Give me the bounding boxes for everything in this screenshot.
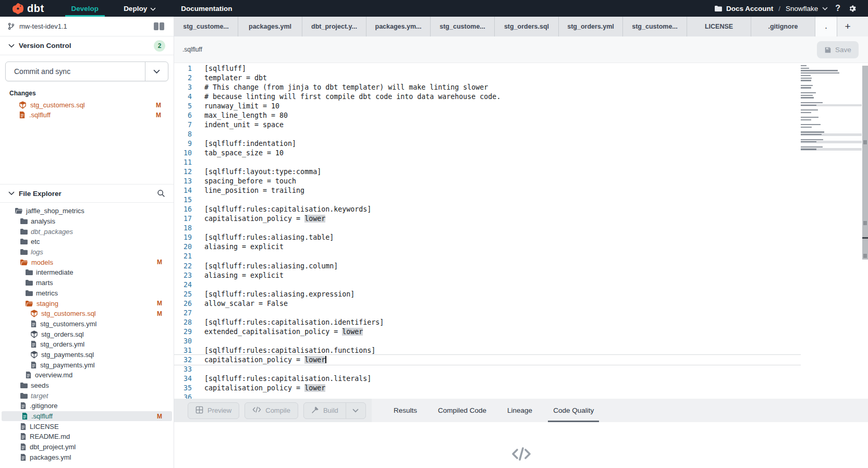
gear-icon[interactable]: [848, 4, 857, 13]
editor-tab[interactable]: stg_custome...: [174, 17, 238, 36]
code-icon: [252, 407, 261, 414]
editor-tab[interactable]: .gitignore: [751, 17, 815, 36]
tree-item-logs[interactable]: logs: [0, 247, 174, 257]
tree-item-license[interactable]: LICENSE: [0, 421, 174, 432]
tabbar-filler: [858, 17, 868, 36]
line-content: line_position = trailing: [204, 187, 304, 194]
nav-item-develop[interactable]: Develop: [59, 0, 112, 17]
file-explorer-header[interactable]: File Explorer: [0, 184, 174, 203]
scrollbar-thumb[interactable]: [862, 66, 868, 260]
minimap[interactable]: [801, 65, 862, 153]
tree-item-stg-orders-sql[interactable]: stg_orders.sql: [0, 329, 174, 339]
line-content: aliasing = explicit: [204, 272, 284, 279]
version-control-header[interactable]: Version Control 2: [0, 36, 174, 55]
tree-item-overview-md[interactable]: overview.md: [0, 370, 174, 380]
changes-count-badge: 2: [154, 40, 165, 52]
compile-button[interactable]: Compile: [244, 402, 298, 419]
tree-item-label: seeds: [31, 381, 49, 389]
tree-item-readme-md[interactable]: README.md: [0, 432, 174, 442]
nav-item-deploy[interactable]: Deploy: [111, 0, 168, 17]
build-options-caret[interactable]: [346, 403, 365, 418]
tree-item-label: marts: [36, 279, 53, 287]
code-line: 21: [174, 252, 801, 261]
model-cube-icon: [30, 310, 38, 317]
account-switcher[interactable]: Docs Account / Snowflake: [714, 5, 828, 13]
line-number: 19: [174, 233, 192, 241]
nav-item-label: Documentation: [181, 5, 232, 13]
editor-tab[interactable]: stg_orders.yml: [559, 17, 623, 36]
tree-item--gitignore[interactable]: .gitignore: [0, 401, 174, 411]
line-number: 3: [174, 83, 192, 91]
editor-tab[interactable]: .: [815, 17, 837, 36]
editor-tab[interactable]: LICENSE: [687, 17, 751, 36]
editor-tab[interactable]: packages.yml: [238, 17, 302, 36]
tree-item-label: README.md: [30, 433, 70, 440]
code-line: 28[sqlfluff:rules:capitalisation.identif…: [174, 317, 801, 327]
code-line: 15: [174, 195, 801, 205]
tab-code-quality[interactable]: Code Quality: [543, 399, 604, 422]
tree-item-label: analysis: [31, 217, 55, 225]
code-editor[interactable]: 1[sqlfluff]2templater = dbt3# This chang…: [174, 63, 868, 399]
tree-item-analysis[interactable]: analysis: [0, 216, 174, 227]
tree-item-stg-customers-sql[interactable]: stg_customers.sqlM: [0, 309, 174, 319]
tree-item-seeds[interactable]: seeds: [0, 380, 174, 391]
tree-item-etc[interactable]: etc: [0, 237, 174, 247]
save-icon: [824, 46, 832, 54]
search-icon[interactable]: [157, 189, 165, 198]
tree-item-models[interactable]: modelsM: [0, 257, 174, 267]
save-button[interactable]: Save: [817, 41, 859, 58]
chevron-down-icon: [8, 191, 15, 195]
tree-item-stg-orders-yml[interactable]: stg_orders.yml: [0, 339, 174, 350]
commit-and-sync-button[interactable]: Commit and sync: [5, 61, 168, 81]
build-button[interactable]: Build: [304, 403, 346, 418]
code-line: 12[sqlfluff:layout:type:comma]: [174, 167, 801, 177]
branch-row[interactable]: mw-test-idev1.1: [0, 17, 174, 36]
editor-tab[interactable]: dbt_project.y...: [302, 17, 366, 36]
tree-item-intermediate[interactable]: intermediate: [0, 267, 174, 278]
tab-compiled-code[interactable]: Compiled Code: [427, 399, 497, 422]
tree-item-stg-customers-yml[interactable]: stg_customers.yml: [0, 319, 174, 329]
tree-item-staging[interactable]: stagingM: [0, 298, 174, 309]
code-line: 5runaway_limit = 10: [174, 101, 801, 110]
dbt-logo[interactable]: dbt: [0, 0, 59, 17]
nav-item-documentation[interactable]: Documentation: [168, 0, 244, 17]
search-match: lower: [304, 356, 325, 364]
changed-file-row[interactable]: stg_customers.sqlM: [5, 100, 168, 110]
modified-badge: M: [157, 413, 162, 420]
model-cube-icon: [30, 351, 38, 359]
tree-item-dbt-packages[interactable]: dbt_packages: [0, 226, 174, 237]
tree-item-dbt-project-yml[interactable]: dbt_project.yml: [0, 442, 174, 452]
tree-item-metrics[interactable]: metrics: [0, 288, 174, 299]
editor-tab[interactable]: stg_custome...: [623, 17, 687, 36]
line-content: # because linting will first compile dbt…: [204, 93, 500, 101]
tree-item--sqlfluff[interactable]: .sqlfluffM: [2, 411, 172, 422]
tree-item-label: stg_payments.sql: [41, 351, 94, 359]
tree-item-marts[interactable]: marts: [0, 278, 174, 288]
tab-results[interactable]: Results: [383, 399, 427, 422]
editor-tab[interactable]: packages.ym...: [366, 17, 431, 36]
new-tab-button[interactable]: +: [837, 17, 858, 36]
tree-item-label: dbt_packages: [31, 228, 73, 236]
editor-scrollbar[interactable]: [862, 63, 868, 399]
tree-item-label: models: [31, 258, 53, 266]
preview-button[interactable]: Preview: [188, 402, 239, 419]
tree-item-target[interactable]: target: [0, 390, 174, 401]
changed-file-row[interactable]: .sqlfluffM: [5, 110, 168, 120]
tree-item-packages-yml[interactable]: packages.yml: [0, 452, 174, 463]
sidebar: mw-test-idev1.1 Version Control 2 Commit…: [0, 17, 174, 468]
line-content: [sqlfluff:rules:aliasing.table]: [204, 233, 334, 241]
code-line: 25[sqlfluff:rules:aliasing.expression]: [174, 289, 801, 299]
tab-lineage[interactable]: Lineage: [497, 399, 543, 422]
editor-tab[interactable]: stg_custome...: [431, 17, 495, 36]
tree-item-label: staging: [36, 300, 58, 307]
panel-layout-icon[interactable]: [154, 22, 164, 30]
line-number: 29: [174, 328, 192, 336]
tree-item-stg-payments-sql[interactable]: stg_payments.sql: [0, 350, 174, 360]
commit-options-caret[interactable]: [145, 62, 168, 81]
editor-tab[interactable]: stg_orders.sql: [495, 17, 559, 36]
tree-item-jaffle-shop-metrics[interactable]: jaffle_shop_metrics: [0, 206, 174, 216]
search-match: lower: [304, 215, 325, 223]
help-icon[interactable]: ?: [835, 4, 840, 13]
file-tree: jaffle_shop_metricsanalysisdbt_packagese…: [0, 203, 174, 468]
tree-item-stg-payments-yml[interactable]: stg_payments.yml: [0, 360, 174, 370]
